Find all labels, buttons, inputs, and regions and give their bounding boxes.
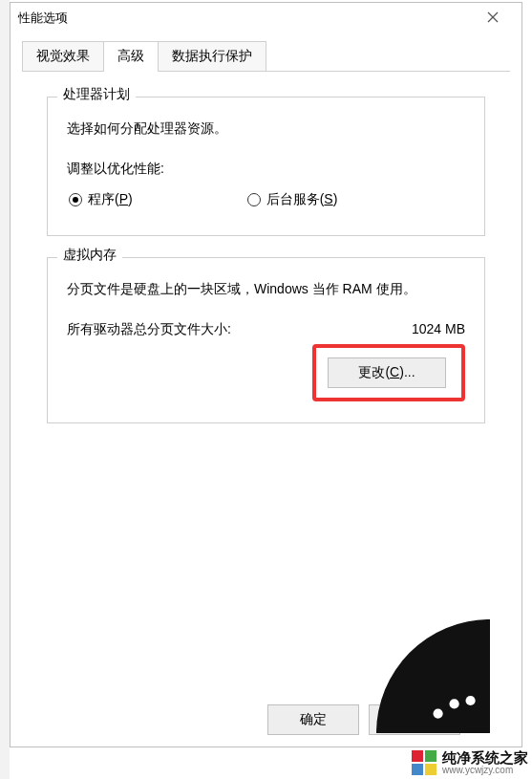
paging-size-label: 所有驱动器总分页文件大小:: [67, 321, 231, 338]
group-processor: 处理器计划 选择如何分配处理器资源。 调整以优化性能: 程序(P) 后台服务(S…: [47, 97, 485, 236]
paging-size-row: 所有驱动器总分页文件大小: 1024 MB: [67, 321, 465, 338]
radio-programs[interactable]: 程序(P): [69, 191, 133, 208]
radio-services-label: 后台服务(S): [266, 191, 338, 208]
tab-dep[interactable]: 数据执行保护: [158, 41, 266, 71]
close-button[interactable]: [472, 5, 514, 32]
processor-desc: 选择如何分配处理器资源。: [67, 120, 465, 138]
tab-panel-advanced: 处理器计划 选择如何分配处理器资源。 调整以优化性能: 程序(P) 后台服务(S…: [22, 72, 510, 462]
close-icon: [487, 11, 499, 26]
change-button[interactable]: 更改(C)...: [328, 357, 446, 388]
radio-icon: [69, 193, 82, 206]
tab-row: 视觉效果 高级 数据执行保护: [22, 41, 510, 72]
svg-point-4: [466, 696, 476, 705]
group-vm-title: 虚拟内存: [57, 247, 122, 264]
decorative-corner-graphic: [328, 571, 490, 733]
tab-visual-effects[interactable]: 视觉效果: [22, 41, 104, 71]
svg-point-2: [434, 709, 443, 719]
radio-programs-label: 程序(P): [88, 191, 133, 208]
left-background-strip: [0, 0, 10, 779]
change-button-highlight: 更改(C)...: [312, 344, 465, 401]
vm-desc: 分页文件是硬盘上的一块区域，Windows 当作 RAM 使用。: [67, 281, 465, 298]
adjust-label: 调整以优化性能:: [67, 161, 465, 178]
titlebar: 性能选项: [11, 3, 521, 33]
watermark-main: 纯净系统之家: [442, 750, 528, 766]
watermark-logo-icon: [412, 750, 436, 775]
window-title: 性能选项: [18, 10, 68, 27]
radio-icon: [247, 193, 261, 206]
watermark-text: 纯净系统之家 www.ycwjzy.com: [442, 750, 528, 775]
radio-group-scheduling: 程序(P) 后台服务(S): [69, 191, 465, 208]
tab-advanced[interactable]: 高级: [103, 41, 159, 71]
group-virtual-memory: 虚拟内存 分页文件是硬盘上的一块区域，Windows 当作 RAM 使用。 所有…: [47, 257, 485, 423]
radio-services[interactable]: 后台服务(S): [247, 191, 338, 208]
svg-point-3: [450, 699, 459, 708]
tabs-container: 视觉效果 高级 数据执行保护 处理器计划 选择如何分配处理器资源。 调整以优化性…: [22, 41, 510, 462]
group-processor-title: 处理器计划: [57, 86, 136, 103]
watermark: 纯净系统之家 www.ycwjzy.com: [412, 750, 528, 775]
watermark-sub: www.ycwjzy.com: [442, 766, 528, 776]
paging-size-value: 1024 MB: [412, 321, 465, 338]
